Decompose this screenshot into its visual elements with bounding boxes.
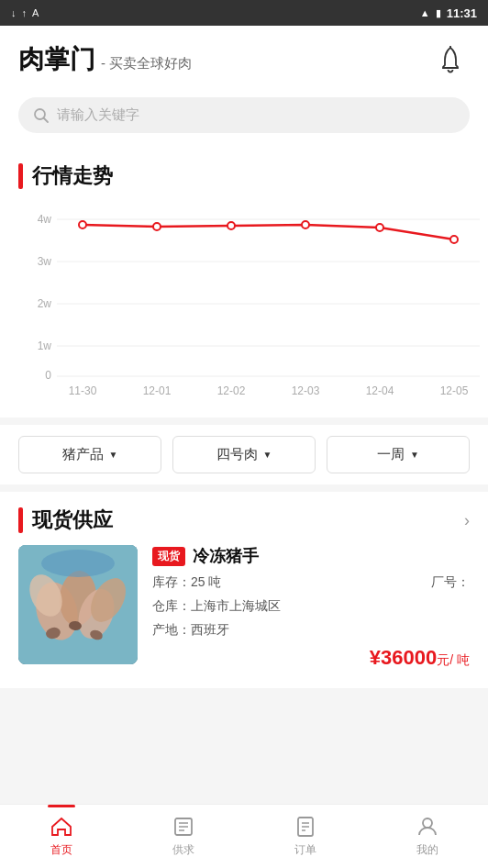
- product-card[interactable]: 现货 冷冻猪手 库存：25 吨 厂号： 仓库：上海市上海城区 产地：西班牙 ¥3…: [0, 545, 488, 688]
- notification-button[interactable]: [431, 40, 470, 79]
- product-illustration: [18, 545, 138, 664]
- svg-text:11-30: 11-30: [69, 384, 97, 397]
- filter-product-label: 猪产品: [62, 446, 104, 463]
- filter-type-button[interactable]: 四号肉 ▼: [172, 436, 316, 473]
- section-accent-2: [18, 507, 23, 533]
- search-placeholder: 请输入关键字: [57, 106, 139, 124]
- product-image-inner: [18, 545, 138, 664]
- product-origin-row: 产地：西班牙: [152, 622, 470, 639]
- product-origin: 产地：西班牙: [152, 622, 229, 639]
- nav-profile[interactable]: 我的: [366, 805, 488, 868]
- product-stock: 库存：25 吨: [152, 574, 221, 591]
- spot-supply-title-wrapper: 现货供应: [18, 506, 113, 534]
- spot-badge: 现货: [152, 547, 185, 566]
- sim-icon: A: [32, 7, 39, 18]
- order-icon: [294, 815, 317, 839]
- svg-point-19: [79, 221, 86, 228]
- search-icon: [33, 107, 50, 124]
- svg-point-24: [450, 236, 458, 243]
- svg-line-2: [44, 117, 49, 122]
- nav-profile-label: 我的: [416, 842, 438, 858]
- nav-home-label: 首页: [50, 842, 72, 858]
- product-image: [18, 545, 138, 664]
- product-price: ¥36000元/ 吨: [370, 646, 470, 669]
- svg-text:12-03: 12-03: [292, 384, 320, 397]
- search-container: 请输入关键字: [0, 90, 488, 148]
- more-arrow-icon[interactable]: ›: [464, 511, 470, 530]
- header: 肉掌门 - 买卖全球好肉: [0, 26, 488, 90]
- market-trend-title: 行情走势: [32, 162, 113, 190]
- section-accent: [18, 163, 23, 189]
- nav-supply[interactable]: 供求: [122, 805, 244, 868]
- app-name: 肉掌门: [18, 42, 95, 77]
- svg-text:1w: 1w: [38, 339, 52, 352]
- spot-supply-title: 现货供应: [32, 506, 113, 534]
- download-icon: ↓: [11, 7, 17, 18]
- product-factory: 厂号：: [431, 574, 470, 591]
- svg-text:4w: 4w: [38, 213, 52, 226]
- svg-text:12-05: 12-05: [440, 384, 469, 397]
- list-icon: [172, 815, 195, 839]
- status-bar: ↓ ↑ A ▲ ▮ 11:31: [0, 0, 488, 26]
- product-name-row: 现货 冷冻猪手: [152, 545, 470, 567]
- wifi-icon: ▲: [420, 7, 430, 18]
- svg-text:12-02: 12-02: [217, 384, 246, 397]
- home-icon: [50, 815, 73, 839]
- app-subtitle: - 买卖全球好肉: [101, 55, 192, 72]
- svg-text:3w: 3w: [38, 255, 52, 268]
- product-name: 冷冻猪手: [193, 545, 259, 567]
- svg-text:0: 0: [45, 369, 51, 382]
- filter-product-arrow: ▼: [109, 450, 118, 460]
- filter-period-button[interactable]: 一周 ▼: [327, 436, 470, 473]
- status-bar-right: ▲ ▮ 11:31: [420, 6, 477, 20]
- product-section-header: 现货供应 ›: [0, 492, 488, 545]
- product-section: 现货供应 ›: [0, 492, 488, 688]
- chart-svg: 4w 3w 2w 1w 0 11-30 12-01 12-02 12-03 12…: [9, 190, 479, 403]
- bell-icon: [436, 45, 465, 74]
- product-stock-row: 库存：25 吨 厂号：: [152, 574, 470, 591]
- battery-icon: ▮: [436, 7, 441, 19]
- header-title: 肉掌门 - 买卖全球好肉: [18, 42, 192, 77]
- filter-bar: 猪产品 ▼ 四号肉 ▼ 一周 ▼: [0, 425, 488, 484]
- svg-point-23: [376, 224, 383, 231]
- user-icon: [416, 815, 439, 839]
- status-time: 11:31: [447, 6, 477, 20]
- trend-chart: 4w 3w 2w 1w 0 11-30 12-01 12-02 12-03 12…: [17, 197, 486, 399]
- bottom-nav: 首页 供求 订单: [0, 804, 488, 868]
- product-warehouse-row: 仓库：上海市上海城区: [152, 598, 470, 615]
- svg-point-21: [227, 222, 235, 229]
- svg-text:2w: 2w: [38, 297, 52, 310]
- nav-supply-label: 供求: [172, 842, 194, 858]
- product-price-value: ¥36000: [370, 646, 437, 669]
- nav-active-indicator: [48, 805, 75, 807]
- upload-icon: ↑: [22, 7, 28, 18]
- filter-period-arrow: ▼: [410, 450, 419, 460]
- svg-point-43: [423, 818, 432, 828]
- nav-order-label: 订单: [294, 842, 316, 858]
- product-warehouse: 仓库：上海市上海城区: [152, 598, 281, 615]
- filter-type-arrow: ▼: [263, 450, 272, 460]
- search-bar[interactable]: 请输入关键字: [18, 97, 470, 133]
- product-info: 现货 冷冻猪手 库存：25 吨 厂号： 仓库：上海市上海城区 产地：西班牙 ¥3…: [152, 545, 470, 670]
- svg-text:12-01: 12-01: [143, 384, 172, 397]
- svg-text:12-04: 12-04: [366, 384, 394, 397]
- svg-point-22: [302, 221, 309, 228]
- product-price-row: ¥36000元/ 吨: [152, 646, 470, 670]
- filter-type-label: 四号肉: [216, 446, 258, 463]
- nav-home[interactable]: 首页: [0, 805, 122, 868]
- nav-order[interactable]: 订单: [244, 805, 366, 868]
- market-trend-header: 行情走势: [0, 148, 488, 190]
- chart-container: 4w 3w 2w 1w 0 11-30 12-01 12-02 12-03 12…: [0, 190, 488, 417]
- svg-point-20: [153, 223, 161, 230]
- svg-point-34: [41, 550, 115, 577]
- filter-period-label: 一周: [377, 446, 405, 463]
- filter-product-button[interactable]: 猪产品 ▼: [18, 436, 161, 473]
- product-price-unit: 元/ 吨: [437, 652, 470, 667]
- status-bar-left: ↓ ↑ A: [11, 7, 39, 18]
